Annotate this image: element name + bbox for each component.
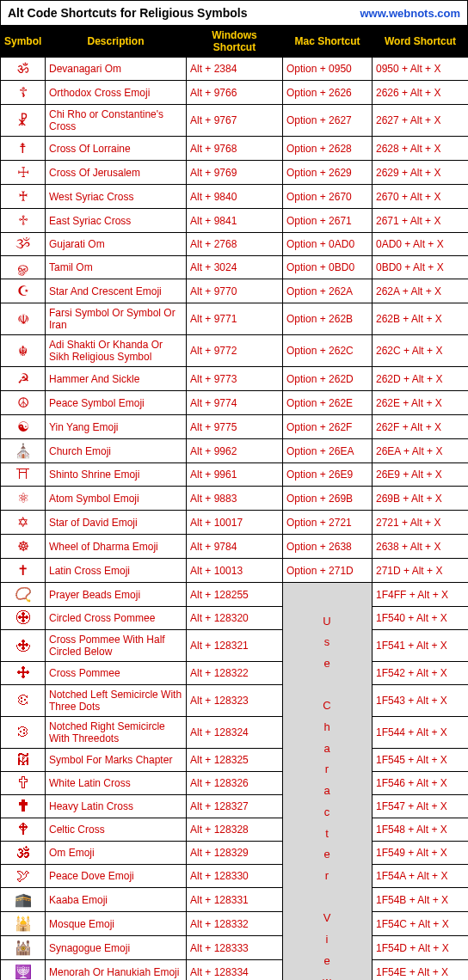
cell-symbol: ☮ — [1, 391, 46, 415]
cell-windows: Alt + 9962 — [187, 439, 283, 463]
cell-symbol: ☬ — [1, 335, 46, 367]
cell-windows: Alt + 128325 — [187, 749, 283, 772]
cell-windows: Alt + 9784 — [187, 535, 283, 559]
cell-mac: Option + 269B — [283, 487, 373, 511]
cell-mac: Option + 2627 — [283, 105, 373, 137]
cell-windows: Alt + 9840 — [187, 185, 283, 209]
cell-symbol: ☧ — [1, 105, 46, 137]
cell-mac: Option + 0950 — [283, 58, 373, 81]
cell-windows: Alt + 9768 — [187, 137, 283, 161]
cell-word: 1F54A + Alt + X — [373, 865, 469, 888]
cell-description: Heavy Latin Cross — [46, 795, 187, 818]
cell-description: Symbol For Marks Chapter — [46, 749, 187, 772]
cell-mac: Option + 26E9 — [283, 463, 373, 487]
cell-description: Church Emoji — [46, 439, 187, 463]
cell-word: 262B + Alt + X — [373, 303, 469, 335]
cell-description: Latin Cross Emoji — [46, 559, 187, 583]
mac-merged-text: U s e C h a r a c t e r V i e w e r — [286, 611, 368, 980]
cell-symbol: 🕃 — [1, 685, 46, 717]
cell-windows: Alt + 128327 — [187, 795, 283, 818]
table-row: 📿Prayer Beads EmojiAlt + 128255U s e C h… — [1, 583, 469, 607]
table-row: 🕅Symbol For Marks ChapterAlt + 1283251F5… — [1, 749, 469, 772]
cell-mac: Option + 2670 — [283, 185, 373, 209]
table-row: ☯Yin Yang EmojiAlt + 9775Option + 262F26… — [1, 415, 469, 439]
cell-description: Cross Pommee With Half Circled Below — [46, 630, 187, 662]
cell-windows: Alt + 9775 — [187, 415, 283, 439]
cell-description: Prayer Beads Emoji — [46, 583, 187, 607]
cell-description: Atom Symbol Emoji — [46, 487, 187, 511]
cell-word: 1F54D + Alt + X — [373, 936, 469, 960]
cell-description: Star And Crescent Emoji — [46, 279, 187, 303]
cell-windows: Alt + 9961 — [187, 463, 283, 487]
cell-windows: Alt + 128322 — [187, 662, 283, 685]
table-row: 🕍Synagogue EmojiAlt + 1283331F54D + Alt … — [1, 936, 469, 960]
cell-word: 2670 + Alt + X — [373, 185, 469, 209]
table-row: 🕄Notched Right Semicircle With Threedots… — [1, 717, 469, 749]
cell-symbol: ☫ — [1, 303, 46, 335]
cell-mac: Option + 26EA — [283, 439, 373, 463]
cell-description: Cross Of Jerusalem — [46, 161, 187, 185]
table-row: 🕂Cross PommeeAlt + 1283221F542 + Alt + X — [1, 662, 469, 685]
cell-mac: Option + 262C — [283, 335, 373, 367]
cell-description: Cross Pommee — [46, 662, 187, 685]
cell-windows: Alt + 128326 — [187, 772, 283, 795]
cell-windows: Alt + 128320 — [187, 607, 283, 630]
table-row: ௐTamil OmAlt + 3024Option + 0BD00BD0 + A… — [1, 256, 469, 279]
cell-word: 269B + Alt + X — [373, 487, 469, 511]
cell-description: Orthodox Cross Emoji — [46, 81, 187, 105]
cell-symbol: 🕈 — [1, 818, 46, 842]
cell-word: 2627 + Alt + X — [373, 105, 469, 137]
cell-windows: Alt + 128331 — [187, 888, 283, 912]
cell-word: 262E + Alt + X — [373, 391, 469, 415]
cell-windows: Alt + 9766 — [187, 81, 283, 105]
cell-windows: Alt + 128321 — [187, 630, 283, 662]
table-row: 🕋Kaaba EmojiAlt + 1283311F54B + Alt + X — [1, 888, 469, 912]
cell-word: 1F542 + Alt + X — [373, 662, 469, 685]
cell-windows: Alt + 128332 — [187, 912, 283, 936]
table-row: ✡Star of David EmojiAlt + 10017Option + … — [1, 511, 469, 535]
table-row: 🕎Menorah Or Hanukiah EmojiAlt + 1283341F… — [1, 960, 469, 981]
table-row: ॐDevanagari OmAlt + 2384Option + 0950095… — [1, 58, 469, 81]
cell-description: Shinto Shrine Emoji — [46, 463, 187, 487]
cell-mac: Option + 2626 — [283, 81, 373, 105]
table-row: 🕊Peace Dove EmojiAlt + 1283301F54A + Alt… — [1, 865, 469, 888]
table-row: 🕌Mosque EmojiAlt + 1283321F54C + Alt + X — [1, 912, 469, 936]
cell-symbol: 🕆 — [1, 772, 46, 795]
table-row: ☬Adi Shakti Or Khanda Or Sikh Religious … — [1, 335, 469, 367]
cell-mac-merged: U s e C h a r a c t e r V i e w e r — [283, 583, 373, 981]
cell-symbol: 🕅 — [1, 749, 46, 772]
cell-mac: Option + 2721 — [283, 511, 373, 535]
table-row: 🕀Circled Cross PommeeAlt + 1283201F540 +… — [1, 607, 469, 630]
table-row: ☭Hammer And SickleAlt + 9773Option + 262… — [1, 367, 469, 391]
cell-symbol: ⛪ — [1, 439, 46, 463]
col-mac: Mac Shortcut — [283, 26, 373, 58]
cell-word: 1F549 + Alt + X — [373, 842, 469, 865]
col-windows: Windows Shortcut — [187, 26, 283, 58]
table-row: ⛪Church EmojiAlt + 9962Option + 26EA26EA… — [1, 439, 469, 463]
cell-symbol: 🕊 — [1, 865, 46, 888]
cell-description: White Latin Cross — [46, 772, 187, 795]
cell-word: 2628 + Alt + X — [373, 137, 469, 161]
cell-word: 0AD0 + Alt + X — [373, 233, 469, 256]
header-bar: Alt Code Shortcuts for Religious Symbols… — [0, 0, 468, 25]
table-row: ☩Cross Of JerusalemAlt + 9769Option + 26… — [1, 161, 469, 185]
cell-word: 2629 + Alt + X — [373, 161, 469, 185]
table-row: ☪Star And Crescent EmojiAlt + 9770Option… — [1, 279, 469, 303]
cell-symbol: ♰ — [1, 185, 46, 209]
cell-mac: Option + 2628 — [283, 137, 373, 161]
cell-description: Notched Left Semicircle With Three Dots — [46, 685, 187, 717]
cell-word: 26E9 + Alt + X — [373, 463, 469, 487]
table-row: ✝Latin Cross EmojiAlt + 10013Option + 27… — [1, 559, 469, 583]
cell-description: Notched Right Semicircle With Threedots — [46, 717, 187, 749]
cell-windows: Alt + 128255 — [187, 583, 283, 607]
table-row: 🕉Om EmojiAlt + 1283291F549 + Alt + X — [1, 842, 469, 865]
cell-windows: Alt + 9773 — [187, 367, 283, 391]
cell-windows: Alt + 10017 — [187, 511, 283, 535]
table-row: ☫Farsi Symbol Or Symbol Or IranAlt + 977… — [1, 303, 469, 335]
cell-windows: Alt + 128323 — [187, 685, 283, 717]
cell-mac: Option + 262E — [283, 391, 373, 415]
cell-description: Peace Dove Emoji — [46, 865, 187, 888]
page-title: Alt Code Shortcuts for Religious Symbols — [8, 6, 247, 20]
cell-symbol: 🕇 — [1, 795, 46, 818]
cell-description: West Syriac Cross — [46, 185, 187, 209]
